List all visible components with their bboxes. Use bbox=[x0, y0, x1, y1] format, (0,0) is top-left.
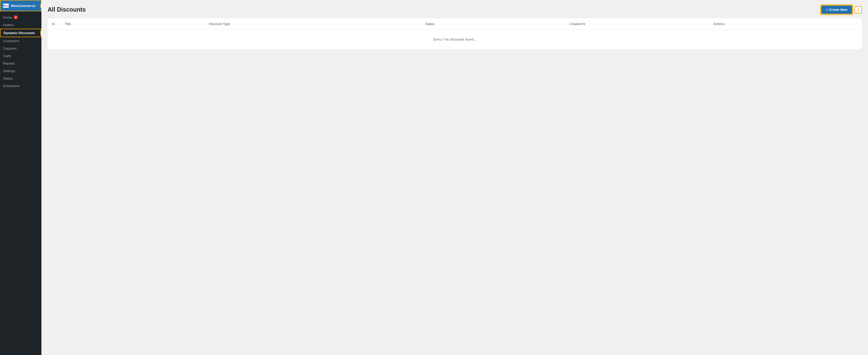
sidebar-item-reports-label: Reports bbox=[3, 62, 15, 65]
sidebar: Woo WooCommerce 1 Home 4 Orders Dynamic … bbox=[0, 0, 41, 355]
sidebar-item-customers[interactable]: Customers bbox=[0, 37, 41, 45]
woocommerce-icon: Woo bbox=[3, 4, 9, 8]
sidebar-item-reports[interactable]: Reports bbox=[0, 60, 41, 67]
sidebar-item-home-label: Home bbox=[3, 15, 12, 20]
sidebar-item-status[interactable]: Status bbox=[0, 75, 41, 82]
main-content: All Discounts + Create New 3 Sl Title Di… bbox=[41, 0, 868, 355]
column-sl: Sl bbox=[52, 22, 65, 26]
column-title: Title bbox=[65, 22, 209, 26]
page-title: All Discounts bbox=[48, 6, 86, 13]
column-status: Status bbox=[425, 22, 569, 26]
page-header: All Discounts + Create New 3 bbox=[48, 5, 862, 14]
sidebar-item-coupons[interactable]: Coupons bbox=[0, 45, 41, 52]
discounts-table: Sl Title Discount Type Status Created At… bbox=[48, 19, 862, 49]
sidebar-item-settings-label: Settings bbox=[3, 69, 15, 73]
sidebar-brand[interactable]: Woo WooCommerce 1 bbox=[0, 0, 41, 11]
header-right: + Create New 3 bbox=[821, 5, 862, 14]
column-discount-type: Discount Type bbox=[209, 22, 425, 26]
column-created-at: Created At bbox=[569, 22, 713, 26]
sidebar-item-settings[interactable]: Settings bbox=[0, 67, 41, 75]
annotation-2: 2 bbox=[40, 31, 41, 36]
annotation-1: 1 bbox=[40, 3, 41, 8]
sidebar-brand-label: WooCommerce bbox=[11, 4, 35, 8]
sidebar-item-dynamic-discounts-label: Dynamic Discounts bbox=[4, 31, 35, 35]
home-badge: 4 bbox=[14, 15, 18, 20]
sidebar-item-carts[interactable]: Carts bbox=[0, 52, 41, 60]
table-header: Sl Title Discount Type Status Created At… bbox=[48, 19, 862, 30]
sidebar-item-orders[interactable]: Orders bbox=[0, 21, 41, 29]
sidebar-item-home[interactable]: Home 4 bbox=[0, 13, 41, 21]
sidebar-item-dynamic-discounts[interactable]: Dynamic Discounts 2 bbox=[0, 29, 41, 37]
sidebar-item-extensions[interactable]: Extensions bbox=[0, 82, 41, 90]
sidebar-nav: Home 4 Orders Dynamic Discounts 2 Custom… bbox=[0, 11, 41, 107]
table-empty-message: Sorry !! No discounts found... bbox=[48, 30, 862, 49]
sidebar-item-orders-label: Orders bbox=[3, 23, 13, 27]
sidebar-item-customers-label: Customers bbox=[3, 39, 20, 43]
sidebar-item-coupons-label: Coupons bbox=[3, 46, 17, 50]
sidebar-item-carts-label: Carts bbox=[3, 54, 11, 58]
annotation-3: 3 bbox=[855, 6, 862, 13]
column-actions: Actions bbox=[713, 22, 858, 26]
sidebar-item-extensions-label: Extensions bbox=[3, 84, 20, 88]
create-new-button[interactable]: + Create New bbox=[821, 5, 852, 14]
sidebar-item-status-label: Status bbox=[3, 76, 13, 80]
